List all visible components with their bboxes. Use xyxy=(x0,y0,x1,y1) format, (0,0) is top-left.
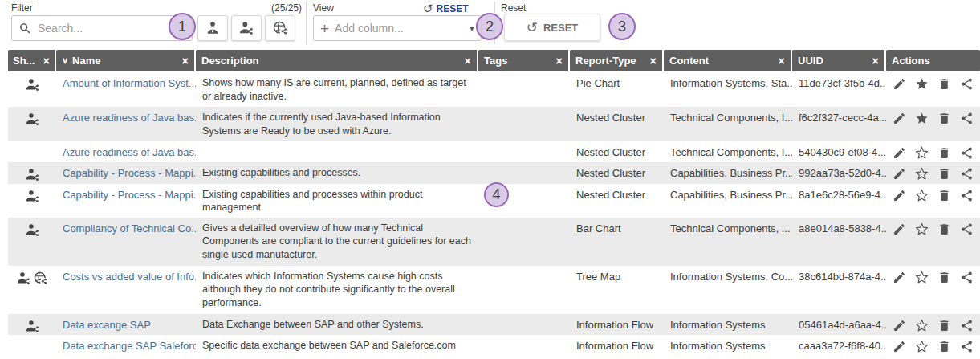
favorite-icon[interactable] xyxy=(915,271,929,284)
column-header-content[interactable]: Content × xyxy=(664,50,792,71)
close-icon[interactable]: × xyxy=(552,55,563,67)
delete-icon[interactable] xyxy=(937,77,951,91)
delete-icon[interactable] xyxy=(937,340,951,353)
table-row[interactable]: Costs vs added value of Info... Indicate… xyxy=(8,266,980,314)
person-share-icon xyxy=(16,271,31,286)
report-name-link[interactable]: Data excange SAP xyxy=(56,314,196,335)
close-icon[interactable]: × xyxy=(646,55,657,67)
share-icon[interactable] xyxy=(960,189,974,202)
report-tags xyxy=(478,335,570,342)
filter-business-person-button[interactable] xyxy=(197,15,228,41)
share-icon[interactable] xyxy=(960,340,974,353)
report-name-link[interactable]: Data exchange SAP Saleforce xyxy=(56,335,196,356)
person-share-icon xyxy=(25,77,40,92)
annotation-marker-3: 3 xyxy=(608,13,636,40)
table-row[interactable]: Compliancy of Technical Co... Gives a de… xyxy=(8,218,980,266)
report-name-link[interactable]: Amount of Information Syst... xyxy=(56,72,196,93)
person-share-icon xyxy=(25,112,40,127)
share-icon[interactable] xyxy=(960,271,974,284)
edit-icon[interactable] xyxy=(893,146,906,160)
report-name-link[interactable]: Azure readiness of Java bas... xyxy=(56,141,196,162)
share-icon[interactable] xyxy=(960,112,974,125)
favorite-icon[interactable] xyxy=(915,112,929,125)
row-actions xyxy=(886,107,980,125)
table-row[interactable]: Amount of Information Syst... Shows how … xyxy=(8,72,980,107)
shared-status xyxy=(8,162,56,182)
delete-icon[interactable] xyxy=(937,222,951,236)
favorite-icon[interactable] xyxy=(915,77,929,91)
report-uuid: 11de73cf-3f5b-4d... xyxy=(792,72,886,93)
report-description xyxy=(196,141,478,149)
share-icon[interactable] xyxy=(960,222,974,236)
column-header-report-type[interactable]: Report-Type × xyxy=(570,50,664,71)
column-header-shared[interactable]: Sh... × xyxy=(8,50,56,71)
report-type: Information Flow xyxy=(570,314,664,335)
favorite-icon[interactable] xyxy=(915,319,929,332)
column-header-description[interactable]: Description × xyxy=(196,50,478,71)
favorite-icon[interactable] xyxy=(915,167,929,181)
delete-icon[interactable] xyxy=(937,112,951,125)
close-icon[interactable]: × xyxy=(39,55,50,67)
person-share-icon xyxy=(25,319,40,334)
column-header-uuid[interactable]: UUID × xyxy=(792,50,886,71)
table-row[interactable]: Azure readiness of Java bas... Indicates… xyxy=(8,107,980,141)
column-header-name[interactable]: ∨ Name × xyxy=(56,50,196,71)
share-icon[interactable] xyxy=(960,319,974,332)
delete-icon[interactable] xyxy=(937,167,951,181)
row-actions xyxy=(886,141,980,160)
shared-status xyxy=(8,335,56,340)
search-input[interactable] xyxy=(38,22,185,35)
filter-globe-share-button[interactable] xyxy=(265,15,295,41)
edit-icon[interactable] xyxy=(893,222,906,236)
edit-icon[interactable] xyxy=(893,340,906,353)
edit-icon[interactable] xyxy=(893,319,906,332)
column-header-tags[interactable]: Tags × xyxy=(478,50,570,71)
report-uuid: 38c614bd-874a-4... xyxy=(792,266,886,287)
favorite-icon[interactable] xyxy=(915,189,929,202)
delete-icon[interactable] xyxy=(937,146,951,160)
delete-icon[interactable] xyxy=(937,319,951,332)
report-uuid: 540430c9-ef08-4... xyxy=(792,141,886,162)
table-row[interactable]: Data exchange SAP Saleforce Specific dat… xyxy=(8,335,980,357)
report-name-link[interactable]: Capability - Process - Mappi... xyxy=(56,184,196,205)
close-icon[interactable]: × xyxy=(461,55,471,67)
report-name-link[interactable]: Azure readiness of Java bas... xyxy=(56,107,196,128)
search-box[interactable] xyxy=(11,15,193,41)
view-section-label: View xyxy=(313,2,334,14)
edit-icon[interactable] xyxy=(893,167,906,181)
row-actions xyxy=(886,314,980,332)
share-icon[interactable] xyxy=(960,77,974,91)
report-name-link[interactable]: Capability - Process - Mappi... xyxy=(56,162,196,183)
filter-person-share-button[interactable] xyxy=(231,15,262,41)
report-tags xyxy=(478,107,570,114)
report-uuid: f6c2f327-cecc-4a... xyxy=(792,107,886,128)
close-icon[interactable]: × xyxy=(775,55,785,67)
delete-icon[interactable] xyxy=(937,271,951,284)
table-row[interactable]: Data excange SAP Data Exchange between S… xyxy=(8,314,980,335)
edit-icon[interactable] xyxy=(893,189,906,202)
share-icon[interactable] xyxy=(960,146,974,160)
close-icon[interactable]: × xyxy=(178,55,189,67)
add-column-dropdown[interactable]: + Add column... ▾ xyxy=(313,15,482,41)
favorite-icon[interactable] xyxy=(915,340,929,353)
share-icon[interactable] xyxy=(960,167,974,181)
report-content: Information Systems, Sta... xyxy=(664,72,792,93)
filter-section-label: Filter xyxy=(11,2,33,14)
report-type: Nested Cluster xyxy=(570,107,664,128)
view-reset-link[interactable]: ↺ RESET xyxy=(423,2,469,14)
delete-icon[interactable] xyxy=(937,189,951,202)
favorite-icon[interactable] xyxy=(915,146,929,160)
table-row[interactable]: Azure readiness of Java bas... Nested Cl… xyxy=(8,141,980,162)
globe-share-icon xyxy=(272,20,288,36)
edit-icon[interactable] xyxy=(893,271,906,284)
table-row[interactable]: Capability - Process - Mappi... Existing… xyxy=(8,162,980,183)
favorite-icon[interactable] xyxy=(915,222,929,236)
report-name-link[interactable]: Compliancy of Technical Co... xyxy=(56,218,196,239)
person-share-icon xyxy=(238,20,254,36)
edit-icon[interactable] xyxy=(893,112,906,125)
business-person-icon xyxy=(205,20,221,36)
edit-icon[interactable] xyxy=(893,77,906,91)
report-name-link[interactable]: Costs vs added value of Info... xyxy=(56,266,196,287)
close-icon[interactable]: × xyxy=(868,55,879,67)
reset-button[interactable]: ↺ RESET xyxy=(504,14,600,41)
